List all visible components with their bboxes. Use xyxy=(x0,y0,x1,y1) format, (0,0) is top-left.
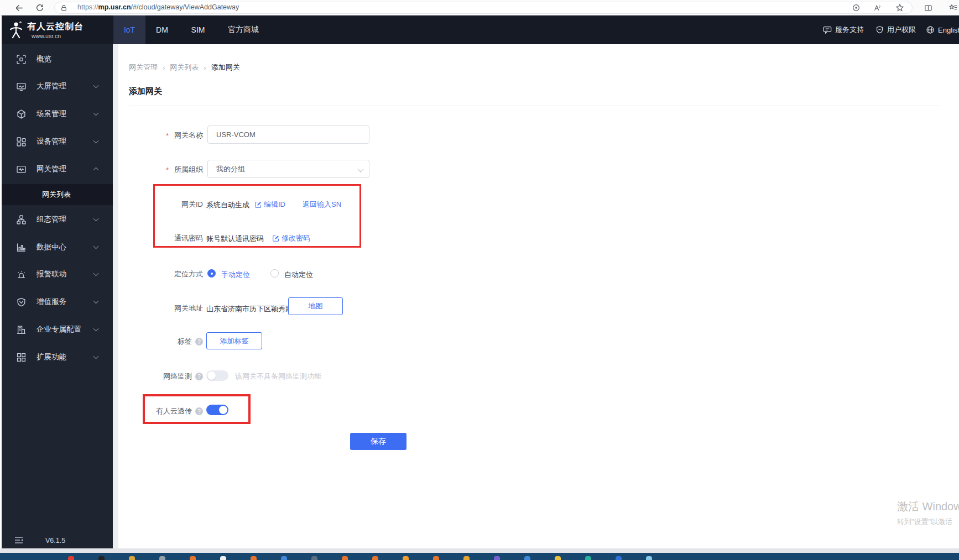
taskbar-app-icon[interactable] xyxy=(190,556,196,560)
taskbar-app-icon[interactable] xyxy=(555,556,561,560)
sidebar-item-device-mgmt[interactable]: 设备管理 xyxy=(0,130,113,153)
breadcrumb: 网关管理 网关列表 添加网关 xyxy=(129,62,240,72)
network-monitor-toggle[interactable] xyxy=(206,370,228,381)
taskbar-app-icon[interactable] xyxy=(342,556,348,560)
add-tag-button[interactable]: 添加标签 xyxy=(206,332,262,349)
favorite-star-icon[interactable] xyxy=(894,2,906,14)
save-button[interactable]: 保存 xyxy=(350,433,406,450)
screen: https://mp.usr.cn/#/cloud/gateway/ViewAd… xyxy=(0,0,959,560)
sidebar-item-screen-mgmt[interactable]: 大屏管理 xyxy=(0,75,113,97)
gateway-id-label: 网关ID xyxy=(116,200,203,210)
taskbar-app-icon[interactable] xyxy=(98,556,105,560)
read-aloud-icon[interactable] xyxy=(871,2,883,14)
taskbar-app-icon[interactable] xyxy=(372,556,378,560)
usr-cloud-passthrough-label: 有人云透传 xyxy=(116,406,203,416)
usr-cloud-passthrough-toggle[interactable] xyxy=(206,405,228,415)
back-icon[interactable] xyxy=(12,2,24,14)
taskbar-app-icon[interactable] xyxy=(281,556,287,560)
extend-icon xyxy=(17,353,26,362)
change-password-link[interactable]: 修改密码 xyxy=(273,233,310,243)
config-icon xyxy=(17,215,26,224)
taskbar-app-icon[interactable] xyxy=(68,556,74,560)
collapse-sidebar-icon[interactable] xyxy=(14,536,23,544)
chevron-down-icon xyxy=(93,354,99,359)
tab-iot[interactable]: IoT xyxy=(113,15,145,44)
sidebar: 概览 大屏管理 场景管理 设备管理 网关管理 网关列表 组态管理 xyxy=(0,44,113,548)
top-nav: 有人云控制台 www.usr.cn IoT DM SIM 官方商城 服务支持 用… xyxy=(0,15,959,44)
tab-official-mall[interactable]: 官方商城 xyxy=(219,15,268,44)
sidebar-item-enterprise-config[interactable]: 企业专属配置 xyxy=(0,318,113,341)
taskbar-app-icon[interactable] xyxy=(251,556,257,560)
taskbar-app-icon[interactable] xyxy=(646,556,652,560)
sidebar-item-data-center[interactable]: 数据中心 xyxy=(0,236,113,258)
radio-manual-location-label[interactable]: 手动定位 xyxy=(221,270,250,280)
split-screen-icon[interactable] xyxy=(922,2,934,14)
nav-service-support[interactable]: 服务支持 xyxy=(823,15,864,44)
globe-icon xyxy=(926,25,935,34)
chevron-down-icon xyxy=(93,326,99,332)
return-input-sn-link[interactable]: 返回输入SN xyxy=(303,200,341,210)
refresh-icon[interactable] xyxy=(34,2,46,14)
logo[interactable]: 有人云控制台 www.usr.cn xyxy=(0,15,113,44)
version-label: V6.1.5 xyxy=(45,537,65,545)
radio-auto-location[interactable] xyxy=(270,269,279,278)
tags-label: 标签 xyxy=(116,337,203,347)
radio-manual-location[interactable] xyxy=(207,269,216,278)
breadcrumb-gateway-mgmt[interactable]: 网关管理 xyxy=(129,62,158,72)
breadcrumb-current: 添加网关 xyxy=(211,62,240,72)
tab-dm[interactable]: DM xyxy=(149,15,175,44)
gateway-icon xyxy=(17,165,26,174)
edit-id-link[interactable]: 编辑ID xyxy=(255,200,285,210)
map-button[interactable]: 地图 xyxy=(288,297,343,315)
taskbar-app-icon[interactable] xyxy=(433,556,439,560)
taskbar-app-icon[interactable] xyxy=(129,556,135,560)
alarm-icon xyxy=(17,270,26,279)
windows-taskbar[interactable] xyxy=(0,553,959,560)
chevron-down-icon xyxy=(93,83,99,88)
sidebar-item-scene-mgmt[interactable]: 场景管理 xyxy=(0,103,113,125)
favorites-bar-icon[interactable] xyxy=(947,2,959,14)
lock-icon xyxy=(58,2,70,14)
taskbar-app-icon[interactable] xyxy=(494,556,500,560)
sidebar-item-overview[interactable]: 概览 xyxy=(0,48,113,70)
taskbar-app-icon[interactable] xyxy=(524,556,530,560)
location-pin-icon[interactable] xyxy=(850,2,862,14)
nav-user-permission[interactable]: 用户权限 xyxy=(875,15,916,44)
title-divider xyxy=(129,106,940,106)
chat-icon xyxy=(823,25,832,34)
help-icon[interactable] xyxy=(195,338,203,346)
taskbar-app-icon[interactable] xyxy=(403,556,409,560)
sidebar-item-gateway-mgmt[interactable]: 网关管理 xyxy=(0,158,113,180)
scene-icon xyxy=(17,109,26,119)
sidebar-item-gateway-list[interactable]: 网关列表 xyxy=(0,184,113,205)
taskbar-app-icon[interactable] xyxy=(159,556,165,560)
tab-sim[interactable]: SIM xyxy=(183,15,213,44)
sidebar-item-value-added-services[interactable]: 增值服务 xyxy=(0,291,113,313)
activate-windows-watermark: 激活 Windows 转到"设置"以激活 xyxy=(897,499,959,527)
sidebar-item-extended-functions[interactable]: 扩展功能 xyxy=(0,346,113,368)
comm-password-label: 通讯密码 xyxy=(116,233,203,243)
breadcrumb-gateway-list[interactable]: 网关列表 xyxy=(170,62,199,72)
taskbar-app-icon[interactable] xyxy=(585,556,591,560)
nav-language[interactable]: English xyxy=(926,15,959,44)
gateway-name-input[interactable]: USR-VCOM xyxy=(207,125,369,144)
radio-auto-location-label[interactable]: 自动定位 xyxy=(284,270,313,280)
taskbar-app-icon[interactable] xyxy=(616,556,622,560)
breadcrumb-separator xyxy=(204,64,206,72)
taskbar-app-icon[interactable] xyxy=(311,556,317,560)
chevron-down-icon xyxy=(93,299,99,304)
taskbar-app-icon[interactable] xyxy=(220,556,226,560)
sidebar-main-gap xyxy=(113,44,118,548)
chevron-down-icon xyxy=(93,244,99,249)
url-text[interactable]: https://mp.usr.cn/#/cloud/gateway/ViewAd… xyxy=(77,3,239,11)
gateway-address-label: 网关地址 xyxy=(116,303,203,313)
taskbar-app-icon[interactable] xyxy=(463,556,470,560)
sidebar-item-alarm-linkage[interactable]: 报警联动 xyxy=(0,263,113,285)
organization-select[interactable]: 我的分组 xyxy=(207,160,369,178)
usr-person-logo-icon xyxy=(8,21,24,39)
help-icon[interactable] xyxy=(195,373,203,380)
sidebar-item-config-mgmt[interactable]: 组态管理 xyxy=(0,208,113,231)
help-icon[interactable] xyxy=(195,407,203,415)
chevron-up-icon xyxy=(93,168,99,173)
edit-icon xyxy=(255,201,262,208)
